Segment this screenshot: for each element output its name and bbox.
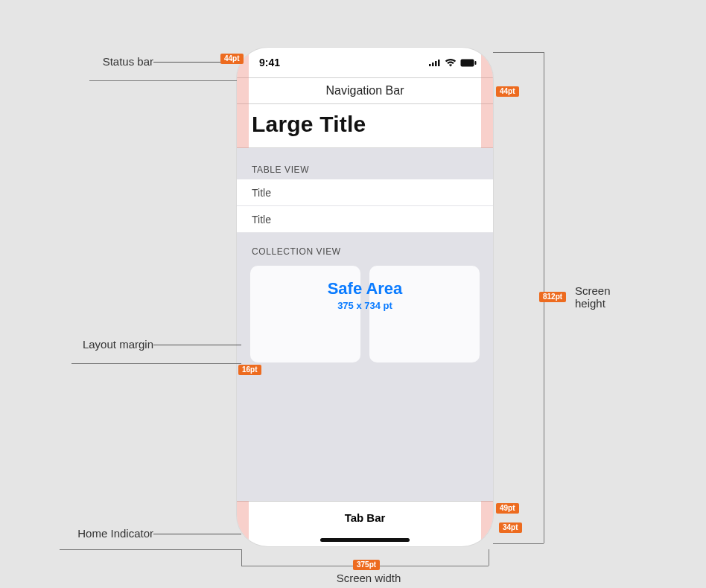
callout-home-indicator: Home Indicator [60,527,153,540]
collection-cell[interactable] [369,266,480,362]
svg-rect-1 [432,63,434,66]
navigation-bar-title: Navigation Bar [326,84,404,98]
large-title-area: Large Title [237,104,493,148]
dimension-badge-nav-bar: 44pt [496,86,519,97]
callout-screen-height: Screenheight [575,284,611,310]
status-bar: 9:41 [237,48,493,77]
callout-screen-width: Screen width [328,572,410,584]
svg-rect-4 [461,59,474,66]
guide-line [71,363,241,364]
svg-rect-2 [435,61,437,66]
callout-label: Status bar [103,55,153,68]
guide-line [89,80,237,81]
table-view-header: TABLE VIEW [237,159,493,179]
home-indicator-icon [320,538,410,542]
status-time: 9:41 [259,57,280,68]
dimension-badge-layout-margin: 16pt [238,365,261,375]
table-row[interactable]: Title [237,179,493,206]
navigation-bar: Navigation Bar [237,77,493,104]
phone-frame: 9:41 Navigation Bar Large Title TABLE VI… [237,48,493,546]
callout-label: Screenheight [575,284,611,310]
dimension-badge-status-bar: 44pt [220,54,244,64]
callout-label: Screen width [337,572,401,584]
guide-line [493,52,544,53]
content-area: TABLE VIEW Title Title COLLECTION VIEW S… [237,148,493,501]
dimension-badge-screen-height: 812pt [539,292,566,302]
status-icons [429,59,477,67]
svg-rect-3 [438,60,440,66]
collection-cell[interactable] [250,266,360,362]
callout-label: Home Indicator [77,527,153,540]
dimension-badge-home-indicator: 34pt [499,523,522,533]
tab-bar: Tab Bar [237,501,493,534]
large-title: Large Title [252,112,478,137]
collection-view-row [237,261,493,362]
battery-icon [460,59,477,67]
callout-status-bar: Status bar [89,55,153,68]
collection-view-header: COLLECTION VIEW [237,233,493,261]
guide-line [493,543,544,544]
callout-label: Layout margin [83,338,153,351]
table-row-label: Title [252,187,271,199]
svg-rect-5 [475,61,477,65]
dimension-badge-tab-bar: 49pt [496,503,519,514]
guide-line [489,549,489,566]
dimension-badge-screen-width: 375pt [353,560,380,570]
home-indicator-area [237,534,493,546]
signal-icon [429,59,441,66]
wifi-icon [445,59,457,67]
table-row[interactable]: Title [237,206,493,233]
svg-rect-0 [429,64,431,66]
table-row-label: Title [252,214,271,226]
guide-line [241,549,242,566]
guide-line [60,549,241,550]
callout-layout-margin: Layout margin [71,338,153,351]
tab-bar-title: Tab Bar [345,511,386,524]
